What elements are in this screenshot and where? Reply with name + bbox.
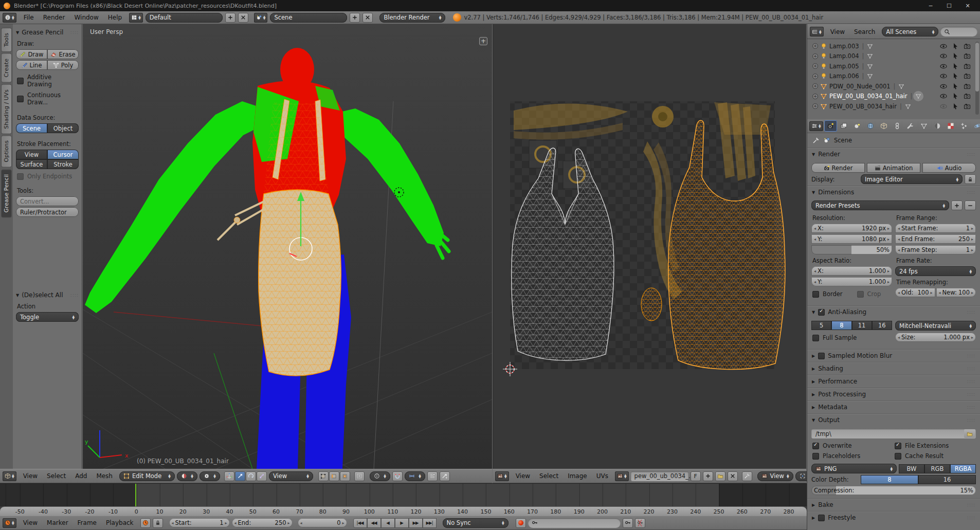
editor-type-button[interactable]: ▲▼ (3, 518, 16, 528)
display-scope-dropdown[interactable]: All Scenes ▲▼ (882, 27, 938, 36)
outliner-scrollbar[interactable] (975, 42, 979, 115)
menu-item[interactable]: Frame (73, 519, 101, 526)
collapsed-panel-header[interactable]: ▶ Freestyle :::: (807, 511, 980, 524)
aa-filter-dropdown[interactable]: Mitchell-Netravali ▲▼ (895, 321, 976, 331)
visibility-eye-icon[interactable] (940, 63, 947, 70)
playback-button[interactable]: ◀ (381, 518, 395, 528)
menu-item[interactable]: Window (69, 14, 103, 21)
tab-render[interactable] (824, 120, 837, 132)
renderability-camera-icon[interactable] (964, 103, 971, 110)
tab-physics[interactable] (971, 120, 980, 132)
add-preset-button[interactable] (951, 200, 963, 210)
render-button[interactable]: Render (811, 163, 865, 173)
sync-mode-dropdown[interactable]: No Sync ▲▼ (443, 518, 509, 528)
screen-layout-field[interactable]: Default (146, 13, 223, 23)
overwrite-checkbox[interactable]: Overwrite (812, 442, 893, 449)
minimize-button[interactable]: ─ (925, 3, 936, 9)
menu-item[interactable]: View (19, 472, 42, 480)
edge-select-button[interactable] (329, 471, 339, 481)
renderability-camera-icon[interactable] (964, 72, 971, 80)
animation-button[interactable]: Animation (867, 163, 920, 173)
channel-segment[interactable]: RGB (924, 464, 950, 473)
output-path-field[interactable]: /tmp\ (811, 429, 976, 438)
tab-particles[interactable] (958, 120, 971, 132)
insert-keyframe-button[interactable] (623, 518, 633, 528)
antialiasing-checkbox[interactable] (818, 309, 825, 316)
tool-shelf-tab[interactable]: Options (2, 136, 11, 167)
tab-object[interactable] (878, 120, 891, 132)
draw-button[interactable]: Draw (16, 49, 47, 59)
panel-grip-icon[interactable]: :::: (70, 30, 79, 35)
open-image-button[interactable] (715, 471, 725, 481)
aa-sample-segment[interactable]: 5 (811, 321, 831, 330)
pin-icon[interactable] (812, 137, 820, 144)
menu-item[interactable]: Select (535, 472, 563, 480)
stroke-view-segment[interactable]: View (16, 150, 47, 159)
scene-icon-button[interactable]: ▲▼ (254, 13, 268, 23)
tool-shelf-tab[interactable]: Shading / UVs (2, 85, 11, 134)
viewport-shading-dropdown[interactable]: ▲▼ (177, 471, 197, 481)
open-properties-region-button[interactable]: + (479, 37, 487, 45)
editor-type-button[interactable]: ▲▼ (809, 121, 823, 131)
data-source-scene-segment[interactable]: Scene (16, 123, 47, 133)
maximize-button[interactable]: ☐ (943, 3, 955, 9)
border-checkbox[interactable] (812, 291, 819, 298)
aspect-x-field[interactable]: ◂X: 1.000▸ (811, 266, 892, 276)
resolution-y-field[interactable]: ◂Y: 1080 px▸ (811, 234, 892, 244)
editor-type-button[interactable]: ▲▼ (3, 471, 16, 481)
output-panel-header[interactable]: ▼Output:::: (807, 413, 980, 426)
expand-icon[interactable]: + (812, 103, 818, 109)
menu-item[interactable]: UVs (592, 472, 613, 480)
tab-material[interactable] (931, 120, 944, 132)
menu-item[interactable]: Help (103, 14, 126, 21)
collapsed-panel-header[interactable]: ▶ Shading :::: (807, 362, 980, 375)
object-name[interactable]: Lamp.005 (829, 63, 859, 70)
delete-scene-button[interactable] (362, 13, 373, 23)
outliner-row[interactable]: + PEW_00_UB_0034_hair | (807, 101, 980, 112)
selectability-cursor-icon[interactable] (952, 63, 959, 70)
object-name[interactable]: Lamp.006 (829, 72, 859, 80)
outliner-row[interactable]: + PEW_00_UB_0034_01_hair | (807, 92, 980, 102)
menu-item[interactable]: Select (42, 472, 70, 480)
new-image-button[interactable] (703, 471, 713, 481)
panel-header[interactable]: ▼ Grease Pencil :::: (16, 29, 79, 36)
renderability-camera-icon[interactable] (964, 63, 971, 70)
lock-interface-button[interactable] (965, 174, 976, 184)
channel-segment[interactable]: BW (899, 464, 924, 473)
display-dropdown[interactable]: Image Editor ▲▼ (861, 174, 963, 184)
additive-drawing-checkbox[interactable]: Additive Drawing (17, 74, 78, 88)
resolution-percent-slider[interactable]: 50% (811, 245, 892, 254)
pivot-point-dropdown[interactable]: ▲▼ (199, 471, 220, 481)
stroke-surface-segment[interactable]: Surface (16, 159, 47, 169)
browse-folder-button[interactable] (964, 429, 975, 438)
aspect-y-field[interactable]: ◂Y: 1.000▸ (811, 277, 892, 286)
playback-button[interactable]: ▶▶ (409, 518, 423, 528)
outliner-search-input[interactable] (940, 27, 977, 36)
tab-constraints[interactable] (891, 120, 904, 132)
outliner-row[interactable]: + Lamp.003 | (807, 41, 980, 51)
tab-texture[interactable] (945, 120, 957, 132)
3d-viewport[interactable]: y x User Persp (0) PEW_00_UB_0034_01_hai… (83, 24, 492, 469)
outliner-row[interactable]: + PDW_00_Nude_0001 | (807, 81, 980, 92)
proportional-edit-dropdown[interactable]: ▲▼ (370, 471, 390, 481)
tab-render-layers[interactable] (838, 120, 850, 132)
renderability-camera-icon[interactable] (964, 83, 971, 90)
scale-manipulator-button[interactable] (257, 471, 267, 481)
convert-button[interactable]: Convert... (16, 196, 79, 206)
snap-element-dropdown[interactable]: ▲▼ (405, 471, 425, 481)
render-opengl-button[interactable] (427, 471, 438, 481)
object-name[interactable]: PEW_00_UB_0034_hair (829, 103, 897, 110)
lock-button[interactable] (153, 518, 163, 528)
uv-image-editor[interactable] (493, 24, 806, 469)
depth-segment[interactable]: 16 (918, 475, 976, 484)
selectability-cursor-icon[interactable] (952, 83, 959, 90)
object-name[interactable]: PDW_00_Nude_0001 (829, 83, 891, 90)
selectability-cursor-icon[interactable] (952, 52, 959, 60)
collapsed-panel-header[interactable]: ▶ Post Processing :::: (807, 388, 980, 400)
cache-result-checkbox[interactable]: Cache Result (895, 452, 975, 460)
image-name-field[interactable]: pew_00_ub_0034_... (631, 471, 688, 481)
object-name[interactable]: PEW_00_UB_0034_01_hair (829, 93, 907, 100)
tab-scene[interactable] (851, 120, 864, 132)
channel-segment[interactable]: RGBA (950, 464, 976, 473)
visibility-eye-icon[interactable] (940, 103, 947, 110)
